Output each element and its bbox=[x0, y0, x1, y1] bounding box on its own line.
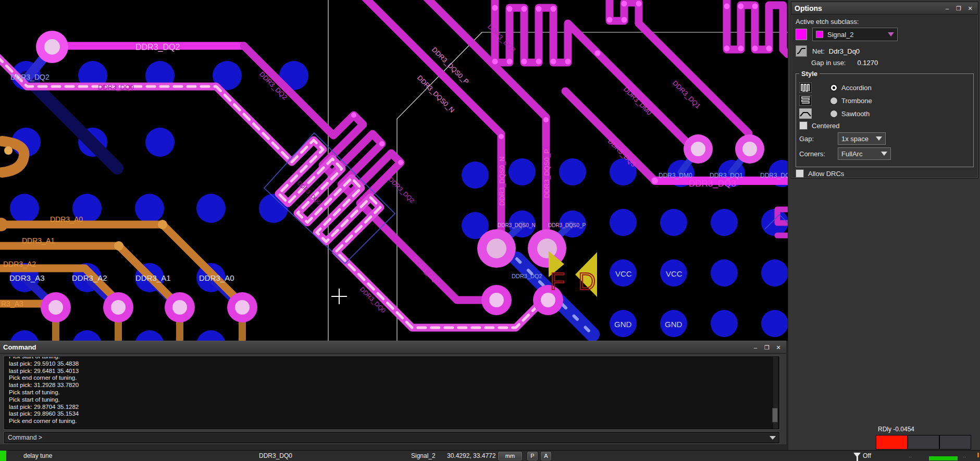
delay-meter-segment bbox=[876, 435, 908, 450]
net-schedule-icon bbox=[796, 45, 807, 57]
sawtooth-style-icon bbox=[799, 108, 812, 119]
command-title: Command bbox=[3, 343, 749, 351]
log-line: last pick: 31.2928 33.7820 bbox=[9, 382, 779, 389]
chevron-down-icon bbox=[876, 136, 882, 141]
board-net-label: D bbox=[578, 268, 596, 295]
board-net-label: DDR3_A1 bbox=[135, 273, 171, 282]
command-input[interactable]: Command > bbox=[4, 432, 779, 443]
chevron-down-icon bbox=[888, 32, 894, 36]
units-button[interactable]: mm bbox=[498, 451, 523, 461]
accordion-radio-label: Accordion bbox=[841, 84, 872, 92]
board-net-label: DDR3_DQS0_N bbox=[498, 222, 536, 228]
centered-label: Centered bbox=[812, 122, 839, 130]
active-subclass-label: Active etch subclass: bbox=[796, 18, 974, 26]
board-net-label: DDR3_DQ0 bbox=[98, 83, 134, 91]
board-net-label: GND bbox=[614, 320, 632, 329]
subclass-color-swatch bbox=[796, 29, 807, 40]
options-titlebar[interactable]: Options – ❐ ✕ bbox=[791, 2, 978, 15]
trombone-radio[interactable] bbox=[830, 97, 837, 104]
console-scrollbar[interactable] bbox=[773, 357, 778, 429]
log-line: last pick: 29.8960 35.1534 bbox=[9, 410, 779, 418]
board-net-label: DDR3_DQ2 bbox=[387, 176, 416, 204]
log-line: Pick end corner of tuning. bbox=[9, 375, 779, 382]
gap-dropdown[interactable]: 1x space bbox=[838, 132, 886, 145]
subclass-color-icon bbox=[816, 31, 823, 38]
board-net-label: DDR3_DQ2 bbox=[135, 43, 180, 52]
options-window: Options – ❐ ✕ Active etch subclass: Sign… bbox=[791, 2, 978, 179]
corners-dropdown[interactable]: FullArc bbox=[838, 147, 891, 160]
board-net-label: DDR3_DQ3 bbox=[689, 179, 736, 189]
restore-icon[interactable]: ❐ bbox=[954, 4, 963, 13]
board-net-label: DDR3_DQ1 bbox=[710, 172, 743, 179]
status-led bbox=[0, 451, 6, 461]
close-icon[interactable]: ✕ bbox=[774, 343, 783, 352]
minimize-icon[interactable]: – bbox=[942, 4, 952, 13]
allow-drcs-checkbox[interactable] bbox=[796, 169, 804, 178]
delay-meter-segment bbox=[908, 435, 939, 450]
style-group: Style Accordion Trombone bbox=[796, 70, 974, 167]
pick-button[interactable]: P bbox=[527, 451, 538, 461]
board-net-label: F bbox=[550, 268, 565, 295]
subclass-value: Signal_2 bbox=[827, 31, 854, 39]
subclass-dropdown[interactable]: Signal_2 bbox=[812, 28, 898, 41]
delay-meter bbox=[876, 435, 971, 450]
board-net-label: R3_A3 bbox=[1, 300, 23, 308]
gap-choice: 1x space bbox=[841, 135, 869, 143]
chevron-down-icon bbox=[770, 436, 776, 440]
filter-state: Off bbox=[863, 452, 871, 459]
delay-meter-segment bbox=[939, 435, 971, 450]
edge-tick bbox=[977, 453, 979, 457]
options-title: Options bbox=[795, 4, 940, 13]
accordion-style-icon bbox=[799, 82, 812, 93]
restore-icon[interactable]: ❐ bbox=[762, 343, 772, 352]
sawtooth-radio-label: Sawtooth bbox=[841, 110, 870, 118]
centered-checkbox[interactable] bbox=[799, 121, 808, 130]
board-net-label: DDR3_A1 bbox=[22, 236, 55, 245]
log-line: Pick start of tuning. bbox=[9, 396, 779, 404]
corners-choice: FullArc bbox=[841, 150, 862, 158]
sawtooth-radio[interactable] bbox=[830, 110, 837, 117]
pcb-canvas[interactable]: DDR3_DQ2DDR3_DQ2DDR3_DQ0DDR3_DQ2DDR3_DQS… bbox=[0, 0, 788, 341]
minimize-icon[interactable]: – bbox=[751, 343, 760, 352]
board-net-label: DDR3_DQ2 bbox=[10, 73, 49, 81]
board-net-label: GND bbox=[665, 320, 683, 329]
filter-icon[interactable] bbox=[853, 453, 861, 457]
command-titlebar[interactable]: Command – ❐ ✕ bbox=[0, 341, 786, 354]
status-layer: Signal_2 bbox=[411, 452, 436, 459]
net-value: Ddr3_Dq0 bbox=[829, 47, 860, 55]
log-line: last pick: 29.5910 35.4838 bbox=[9, 360, 779, 368]
accordion-radio[interactable] bbox=[830, 84, 837, 91]
board-net-label: DDR3_A2 bbox=[3, 260, 36, 268]
board-net-label: DDR3_DQS0_P bbox=[548, 222, 586, 228]
application-mode-button[interactable]: A bbox=[540, 451, 552, 461]
status-bar: delay tune DDR3_DQ0 Signal_2 30.4292, 33… bbox=[0, 450, 980, 461]
board-net-label: VCC bbox=[666, 269, 683, 278]
board-net-label: DDR3_DQ2 bbox=[512, 273, 542, 279]
trombone-radio-label: Trombone bbox=[841, 97, 872, 105]
resize-dots: ‥ bbox=[963, 455, 970, 457]
log-line: Pick start of tuning. bbox=[9, 389, 779, 396]
gap-in-use-value: 0.1270 bbox=[858, 59, 878, 67]
board-net-label: DDR3_DM0 bbox=[659, 172, 692, 179]
command-prompt: Command > bbox=[8, 432, 42, 443]
gap-in-use-label: Gap in use: bbox=[811, 59, 846, 67]
command-log: Pick start of tuning.last pick: 29.5910 … bbox=[5, 356, 779, 425]
trombone-style-icon bbox=[799, 95, 812, 106]
board-net-label: VCC bbox=[615, 269, 632, 278]
status-coordinates: 30.4292, 33.4772 bbox=[447, 452, 495, 459]
board-net-label: DDR3_A3 bbox=[9, 273, 45, 282]
board-net-label: DDR3_DQ3 bbox=[760, 172, 788, 179]
log-line: Pick start of tuning. bbox=[9, 356, 779, 360]
progress-indicator bbox=[929, 456, 958, 460]
command-window: Command – ❐ ✕ Pick start of tuning.last … bbox=[0, 341, 786, 444]
board-net-label: DDR3_A2 bbox=[72, 273, 107, 282]
board-net-label: DDR3_DQS0_P bbox=[543, 149, 551, 198]
log-line: last pick: 29.6481 35.4013 bbox=[9, 368, 779, 375]
board-net-label: DDR3_A0 bbox=[50, 215, 83, 223]
board-net-label: DDR3_A0 bbox=[199, 273, 234, 282]
scrollbar-thumb[interactable] bbox=[772, 408, 778, 422]
command-console[interactable]: Pick start of tuning.last pick: 29.5910 … bbox=[4, 356, 779, 429]
log-line: Pick end corner of tuning. bbox=[9, 418, 779, 425]
close-icon[interactable]: ✕ bbox=[965, 4, 975, 13]
status-mode: delay tune bbox=[23, 452, 52, 459]
